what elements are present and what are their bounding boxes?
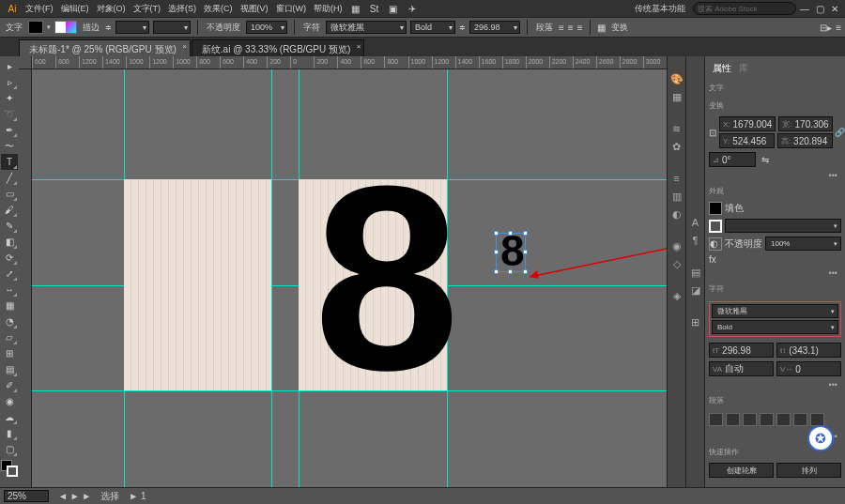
shaper-tool[interactable]: ✎ — [1, 218, 18, 234]
p-align-4[interactable] — [760, 413, 774, 426]
line-tool[interactable]: ╱ — [1, 170, 18, 186]
fill-swatch[interactable] — [28, 21, 43, 34]
canvas[interactable]: 8 8 — [32, 69, 667, 487]
toolbar-icon-4[interactable]: ✈ — [404, 0, 421, 17]
ruler-origin[interactable] — [19, 56, 32, 69]
panel-font-size[interactable]: tT296.98 — [709, 343, 774, 358]
scale-tool[interactable]: ⤢ — [1, 266, 18, 282]
tab-doc-1[interactable]: 未标题-1* @ 25% (RGB/GPU 预览)× — [19, 39, 191, 56]
maximize-icon[interactable]: ▢ — [813, 2, 826, 15]
pathfinder-panel-icon[interactable]: ◪ — [688, 283, 703, 298]
align-right-icon[interactable]: ≡ — [577, 23, 583, 33]
eyedropper-tool[interactable]: ✐ — [1, 377, 18, 393]
fill-stroke-control[interactable] — [1, 460, 18, 477]
font-weight-field[interactable]: Bold — [410, 21, 455, 34]
menu-object[interactable]: 对象(O) — [94, 1, 129, 17]
tab-close-icon[interactable]: × — [182, 42, 187, 51]
minimize-icon[interactable]: — — [798, 2, 811, 15]
font-size-field[interactable]: 296.98 — [469, 21, 520, 34]
appearance-panel-icon[interactable]: ◉ — [669, 238, 684, 253]
toolbar-icon-1[interactable]: ▦ — [347, 0, 364, 17]
close-icon[interactable]: ✕ — [828, 2, 841, 15]
selection-bounds[interactable]: 8 — [496, 233, 526, 272]
panel-toggle-icon[interactable]: ⊟▸ — [820, 23, 832, 33]
rotate-tool[interactable]: ⟳ — [1, 250, 18, 266]
opacity-panel-field[interactable]: 100% — [765, 237, 841, 251]
font-family-field[interactable]: 微软雅黑 — [326, 21, 407, 34]
panel-menu-icon[interactable]: ≡ — [836, 23, 841, 33]
stroke-width-field[interactable] — [115, 21, 149, 34]
opacity-icon[interactable]: ◐ — [709, 237, 722, 251]
p-align-7[interactable] — [810, 413, 824, 426]
more-transform[interactable]: ••• — [709, 171, 841, 180]
menu-view[interactable]: 视图(V) — [238, 1, 271, 17]
width-tool[interactable]: ↔ — [1, 282, 18, 298]
panel-font-weight[interactable]: Bold — [712, 320, 838, 334]
rectangle-tool[interactable]: ▭ — [1, 186, 18, 202]
gradient-panel-icon[interactable]: ▥ — [669, 189, 684, 204]
ruler-vertical[interactable] — [19, 69, 32, 487]
menu-file[interactable]: 文件(F) — [23, 1, 56, 17]
gradient-tool[interactable]: ▤ — [1, 361, 18, 377]
canvas-viewport[interactable]: 6008001200140010001200100080060040020002… — [19, 56, 667, 487]
align-panel-icon[interactable]: ▤ — [688, 265, 703, 280]
graph-tool[interactable]: ▮ — [1, 425, 18, 441]
mesh-tool[interactable]: ⊞ — [1, 345, 18, 361]
eraser-tool[interactable]: ◧ — [1, 234, 18, 250]
menu-window[interactable]: 窗口(W) — [273, 1, 310, 17]
p-align-3[interactable] — [743, 413, 757, 426]
stroke-color-swatch[interactable] — [709, 220, 722, 233]
opacity-field[interactable]: 100% — [246, 21, 287, 34]
perspective-tool[interactable]: ▱ — [1, 329, 18, 345]
menu-effect[interactable]: 效果(C) — [201, 1, 236, 17]
artboard-tool[interactable]: ▢ — [1, 441, 18, 457]
graphic-styles-panel-icon[interactable]: ◇ — [669, 256, 684, 271]
guide-vertical[interactable] — [271, 69, 272, 487]
color-mode-button[interactable] — [54, 21, 77, 34]
align-left-icon[interactable]: ≡ — [559, 23, 564, 33]
align-panel-icon[interactable]: ▦ — [597, 23, 606, 33]
glyph-large[interactable]: 8 — [314, 146, 460, 409]
panel-font-family[interactable]: 微软雅黑 — [712, 304, 838, 318]
menu-help[interactable]: 帮助(H) — [311, 1, 346, 17]
angle-field[interactable]: ⊿0° — [709, 152, 756, 167]
p-align-2[interactable] — [726, 413, 740, 426]
align-center-icon[interactable]: ≡ — [568, 23, 574, 33]
blend-tool[interactable]: ◉ — [1, 393, 18, 409]
x-field[interactable]: X:1679.004 — [719, 116, 776, 131]
tab-doc-2[interactable]: 新纹.ai @ 33.33% (RGB/GPU 预览)× — [192, 39, 365, 56]
fill-color-swatch[interactable] — [709, 202, 722, 215]
fx-button[interactable]: fx — [709, 254, 716, 265]
symbols-panel-icon[interactable]: ✿ — [669, 139, 684, 154]
magic-wand-tool[interactable]: ✦ — [1, 90, 18, 106]
shape-builder-tool[interactable]: ◔ — [1, 313, 18, 329]
brushes-panel-icon[interactable]: ≋ — [669, 121, 684, 136]
stroke-panel-icon[interactable]: ≡ — [669, 171, 684, 186]
brush-tool[interactable]: 🖌 — [1, 202, 18, 218]
more-char[interactable]: ••• — [709, 380, 841, 389]
p-align-6[interactable] — [793, 413, 807, 426]
h-field[interactable]: 高:320.894 — [777, 133, 833, 148]
create-outlines-button[interactable]: 创建轮廓 — [709, 463, 774, 478]
reference-point-icon[interactable]: ⊡ — [709, 117, 716, 147]
p-align-1[interactable] — [709, 413, 723, 426]
transform-panel-icon[interactable]: ⊞ — [688, 314, 703, 329]
tab-properties[interactable]: 属性 — [713, 62, 731, 75]
stroke-style-field[interactable] — [153, 21, 191, 34]
toolbar-icon-3[interactable]: ▣ — [385, 0, 402, 17]
lasso-tool[interactable]: ➰ — [1, 106, 18, 122]
direct-selection-tool[interactable]: ▹ — [1, 74, 18, 90]
ruler-horizontal[interactable]: 6008001200140010001200100080060040020002… — [32, 56, 667, 69]
stroke-width-panel-field[interactable] — [725, 219, 841, 233]
menu-edit[interactable]: 编辑(E) — [58, 1, 92, 17]
panel-leading[interactable]: t↕(343.1) — [776, 343, 841, 358]
menu-type[interactable]: 文字(T) — [131, 1, 164, 17]
layers-panel-icon[interactable]: ◈ — [669, 288, 684, 303]
y-field[interactable]: Y:524.456 — [719, 133, 775, 148]
color-panel-icon[interactable]: 🎨 — [669, 71, 684, 86]
type-tool[interactable]: T — [1, 154, 18, 170]
para-panel-icon[interactable]: ¶ — [688, 233, 703, 248]
selection-tool[interactable]: ▸ — [1, 58, 18, 74]
arrange-button[interactable]: 排列 — [776, 463, 841, 478]
flip-h-icon[interactable]: ⇋ — [759, 155, 772, 165]
